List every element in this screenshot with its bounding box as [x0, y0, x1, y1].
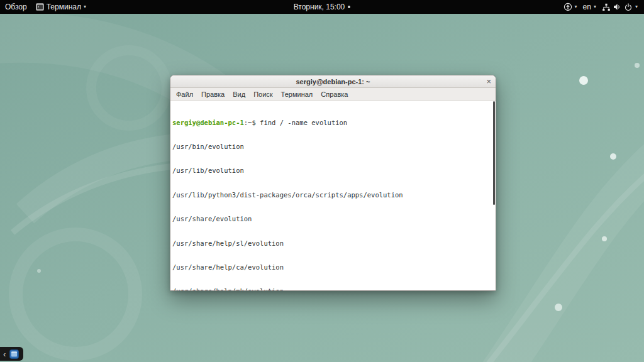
- system-menu[interactable]: ▾: [602, 0, 638, 14]
- prompt-user: sergiy@debian-pc-1: [172, 119, 244, 126]
- chevron-left-icon[interactable]: ‹: [3, 350, 6, 358]
- terminal-output-line: /usr/bin/evolution: [172, 143, 491, 151]
- clock-menu-button[interactable]: Вторник, 15:00: [294, 3, 351, 11]
- menu-help[interactable]: Справка: [321, 90, 348, 98]
- terminal-output-line: /usr/share/help/sl/evolution: [172, 239, 491, 248]
- activities-button[interactable]: Обзор: [5, 0, 27, 14]
- chevron-down-icon: ▾: [594, 4, 596, 9]
- dock-app-icon[interactable]: [9, 349, 19, 359]
- window-menubar: Файл Правка Вид Поиск Терминал Справка: [170, 88, 496, 101]
- menu-search[interactable]: Поиск: [253, 90, 272, 98]
- chevron-down-icon: ▾: [635, 4, 638, 9]
- accessibility-icon: [564, 3, 572, 11]
- terminal-output-line: /usr/share/help/mk/evolution: [172, 287, 491, 290]
- terminal-output-line: /usr/share/evolution: [172, 215, 491, 223]
- chevron-down-icon: ▾: [575, 4, 577, 9]
- power-icon: [624, 3, 633, 11]
- window-titlebar[interactable]: sergiy@debian-pc-1: ~ ×: [170, 75, 496, 88]
- terminal-output-line: /usr/lib/python3/dist-packages/orca/scri…: [172, 191, 491, 199]
- terminal-scrollbar[interactable]: [493, 101, 495, 205]
- window-list-dock: ‹: [0, 347, 23, 361]
- notification-dot: [348, 6, 350, 8]
- close-button[interactable]: ×: [486, 75, 491, 87]
- app-menu-label: Терминал: [47, 3, 81, 11]
- clock-label: Вторник, 15:00: [294, 3, 345, 11]
- terminal-icon: [36, 3, 44, 11]
- terminal-output-line: /usr/lib/evolution: [172, 167, 491, 175]
- menu-edit[interactable]: Правка: [201, 90, 225, 98]
- activities-label: Обзор: [5, 3, 27, 11]
- menu-file[interactable]: Файл: [176, 90, 193, 98]
- keyboard-layout-label: en: [583, 3, 591, 11]
- keyboard-layout-menu[interactable]: en ▾: [583, 0, 596, 14]
- menu-terminal[interactable]: Терминал: [281, 90, 313, 98]
- network-icon: [602, 3, 611, 11]
- volume-icon: [613, 3, 621, 11]
- terminal-output-line: /usr/share/help/ca/evolution: [172, 263, 491, 272]
- terminal-prompt-line: sergiy@debian-pc-1:~$ find / -name evolu…: [172, 119, 491, 127]
- terminal-window: sergiy@debian-pc-1: ~ × Файл Правка Вид …: [170, 75, 496, 291]
- chevron-down-icon: ▾: [84, 4, 86, 9]
- top-bar: Обзор Терминал ▾ Вторник, 15:00: [0, 0, 644, 14]
- window-title: sergiy@debian-pc-1: ~: [296, 78, 370, 85]
- terminal-content[interactable]: sergiy@debian-pc-1:~$ find / -name evolu…: [170, 101, 496, 290]
- menu-view[interactable]: Вид: [233, 90, 245, 98]
- accessibility-menu[interactable]: ▾: [564, 0, 577, 14]
- prompt-tail: :~$: [244, 119, 260, 126]
- app-menu[interactable]: Терминал ▾: [36, 0, 86, 14]
- terminal-command: find / -name evolution: [260, 119, 347, 126]
- desktop: Обзор Терминал ▾ Вторник, 15:00: [0, 0, 644, 362]
